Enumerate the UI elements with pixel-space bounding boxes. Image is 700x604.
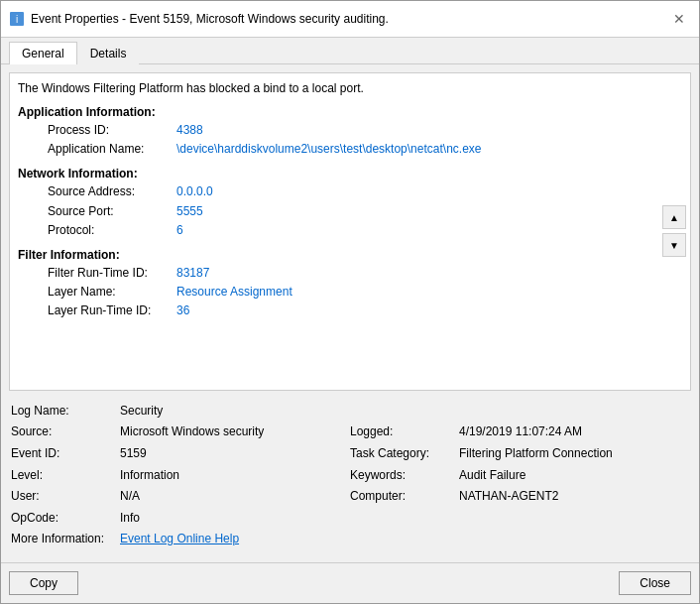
window-title: Event Properties - Event 5159, Microsoft… [31, 12, 389, 26]
layer-runtime-id-row: Layer Run-Time ID: 36 [18, 302, 682, 320]
user-row: User: N/A [11, 486, 350, 508]
computer-label: Computer: [350, 486, 459, 508]
source-address-row: Source Address: 0.0.0.0 [18, 182, 682, 201]
description-text: The Windows Filtering Platform has block… [18, 81, 682, 95]
eventid-taskcategory-row: Event ID: 5159 Task Category: Filtering … [11, 443, 689, 465]
level-row: Level: Information [11, 465, 350, 487]
footer: Copy Close [1, 562, 699, 603]
scroll-down-button[interactable]: ▼ [662, 233, 686, 257]
filter-runtime-id-label: Filter Run-Time ID: [18, 264, 176, 283]
copy-button[interactable]: Copy [9, 571, 78, 595]
tab-general[interactable]: General [9, 42, 77, 64]
user-computer-row: User: N/A Computer: NATHAN-AGENT2 [11, 486, 689, 508]
application-information-header: Application Information: [18, 105, 682, 119]
protocol-label: Protocol: [18, 221, 176, 240]
opcode-label: OpCode: [11, 508, 120, 530]
main-content: The Windows Filtering Platform has block… [1, 64, 699, 562]
source-port-row: Source Port: 5555 [18, 202, 682, 221]
filter-runtime-id-value: 83187 [176, 264, 209, 283]
network-information-header: Network Information: [18, 167, 682, 181]
keywords-label: Keywords: [350, 465, 459, 487]
process-id-label: Process ID: [18, 121, 176, 140]
source-row: Source: Microsoft Windows security [11, 422, 350, 443]
window-icon: i [9, 11, 25, 27]
application-name-row: Application Name: \device\harddiskvolume… [18, 140, 682, 159]
keywords-value: Audit Failure [459, 465, 525, 487]
metadata-section: Log Name: Security Source: Microsoft Win… [9, 397, 691, 554]
layer-runtime-id-label: Layer Run-Time ID: [18, 302, 176, 320]
more-information-label: More Information: [11, 529, 120, 550]
source-address-value: 0.0.0.0 [176, 182, 213, 201]
source-label: Source: [11, 422, 120, 443]
layer-name-row: Layer Name: Resource Assignment [18, 283, 682, 302]
layer-name-value: Resource Assignment [176, 283, 292, 302]
source-address-label: Source Address: [18, 182, 176, 201]
svg-text:i: i [16, 14, 18, 25]
task-category-label: Task Category: [350, 443, 459, 465]
task-category-row: Task Category: Filtering Platform Connec… [350, 443, 689, 465]
title-bar: i Event Properties - Event 5159, Microso… [1, 1, 699, 38]
filter-runtime-id-row: Filter Run-Time ID: 83187 [18, 264, 682, 283]
process-id-row: Process ID: 4388 [18, 121, 682, 140]
scroll-up-button[interactable]: ▲ [662, 205, 686, 229]
opcode-row: OpCode: Info [11, 508, 689, 530]
application-name-label: Application Name: [18, 140, 176, 159]
level-keywords-row: Level: Information Keywords: Audit Failu… [11, 465, 689, 487]
protocol-value: 6 [176, 221, 183, 240]
computer-row: Computer: NATHAN-AGENT2 [350, 486, 689, 508]
application-name-value: \device\harddiskvolume2\users\test\deskt… [176, 140, 482, 159]
application-information-section: Application Information: Process ID: 438… [18, 105, 682, 159]
window-close-button[interactable]: ✕ [667, 7, 691, 31]
event-id-value: 5159 [120, 443, 147, 465]
source-port-label: Source Port: [18, 202, 176, 221]
opcode-value: Info [120, 508, 140, 530]
layer-runtime-id-value: 36 [176, 302, 189, 320]
close-button[interactable]: Close [619, 571, 691, 595]
tab-details[interactable]: Details [77, 42, 140, 64]
logged-label: Logged: [350, 422, 459, 443]
source-logged-row: Source: Microsoft Windows security Logge… [11, 422, 689, 443]
filter-information-section: Filter Information: Filter Run-Time ID: … [18, 248, 682, 321]
source-port-value: 5555 [176, 202, 203, 221]
log-name-label: Log Name: [11, 401, 120, 423]
event-id-label: Event ID: [11, 443, 120, 465]
network-information-section: Network Information: Source Address: 0.0… [18, 167, 682, 240]
filter-information-header: Filter Information: [18, 248, 682, 262]
protocol-row: Protocol: 6 [18, 221, 682, 240]
process-id-value: 4388 [176, 121, 203, 140]
task-category-value: Filtering Platform Connection [459, 443, 613, 465]
event-properties-window: i Event Properties - Event 5159, Microso… [0, 0, 700, 604]
keywords-row: Keywords: Audit Failure [350, 465, 689, 487]
level-value: Information [120, 465, 179, 487]
user-label: User: [11, 486, 120, 508]
event-log-online-help-link[interactable]: Event Log Online Help [120, 529, 239, 550]
logged-value: 4/19/2019 11:07:24 AM [459, 422, 582, 443]
layer-name-label: Layer Name: [18, 283, 176, 302]
logged-row: Logged: 4/19/2019 11:07:24 AM [350, 422, 689, 443]
more-information-row: More Information: Event Log Online Help [11, 529, 689, 550]
title-bar-left: i Event Properties - Event 5159, Microso… [9, 11, 389, 27]
description-box: The Windows Filtering Platform has block… [9, 72, 691, 391]
level-label: Level: [11, 465, 120, 487]
scroll-buttons: ▲ ▼ [662, 205, 686, 257]
log-name-value: Security [120, 401, 163, 423]
source-value: Microsoft Windows security [120, 422, 264, 443]
event-id-row: Event ID: 5159 [11, 443, 350, 465]
computer-value: NATHAN-AGENT2 [459, 486, 558, 508]
tabs-container: General Details [1, 38, 699, 64]
user-value: N/A [120, 486, 140, 508]
log-name-row: Log Name: Security [11, 401, 689, 423]
